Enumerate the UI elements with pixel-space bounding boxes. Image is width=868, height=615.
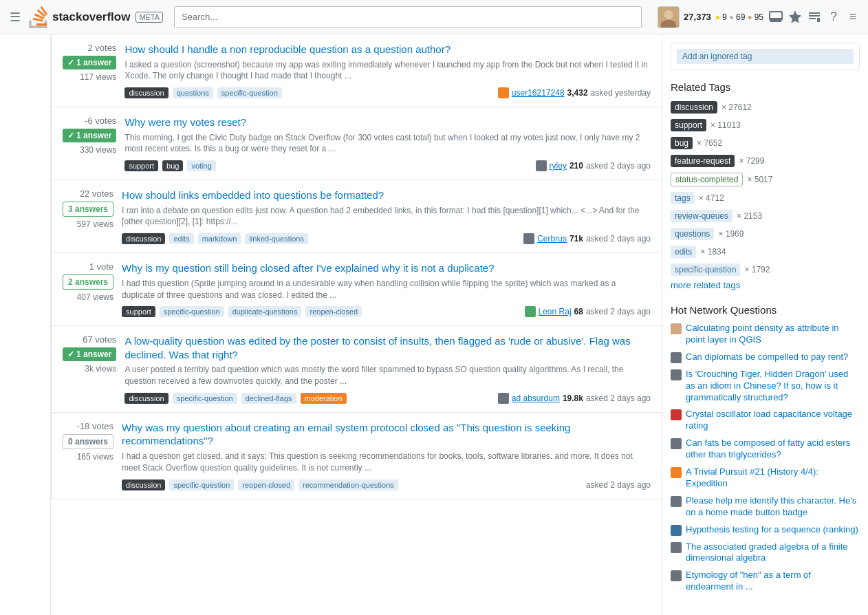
- user-score: 3,432: [567, 88, 588, 98]
- related-tag-count: × 27612: [721, 102, 752, 112]
- more-related-tags-link[interactable]: more related tags: [671, 280, 860, 290]
- tag-duplicate-questions[interactable]: duplicate-questions: [228, 306, 302, 317]
- tag-moderation[interactable]: moderation: [301, 393, 347, 404]
- tag-support[interactable]: support: [122, 306, 155, 317]
- hn-question-link[interactable]: Hypothesis testing for a sequence (ranki…: [686, 524, 858, 536]
- question-title-link[interactable]: How should links embedded into questions…: [122, 188, 651, 202]
- hn-question-link[interactable]: Can diplomats be compelled to pay rent?: [686, 352, 848, 363]
- answers-badge: 3 answers: [63, 202, 113, 217]
- question-item: 67 votes ✓ 1 answer 3k views A low-quali…: [52, 326, 662, 413]
- logo-text: stackoverflow: [52, 10, 130, 24]
- add-ignored-tag-button[interactable]: Add an ignored tag: [677, 49, 854, 64]
- tag-bug[interactable]: bug: [162, 160, 183, 171]
- right-sidebar: Add an ignored tag Related Tags discussi…: [662, 34, 868, 615]
- user-name-link[interactable]: user16217248: [512, 88, 565, 98]
- hn-question-link[interactable]: Etymology of "hen" as a term of endearme…: [686, 570, 860, 593]
- related-tag-status-completed[interactable]: status-completed: [671, 173, 743, 186]
- tag-markdown[interactable]: markdown: [198, 233, 241, 244]
- related-tag-tags[interactable]: tags: [671, 192, 695, 204]
- tag-discussion[interactable]: discussion: [124, 87, 168, 98]
- tag-discussion[interactable]: discussion: [124, 393, 168, 404]
- achievements-icon[interactable]: [788, 10, 802, 24]
- related-tag-feature-request[interactable]: feature-request: [671, 155, 735, 167]
- related-tag-discussion[interactable]: discussion: [671, 101, 717, 114]
- tag-specific-question[interactable]: specific-question: [173, 393, 237, 404]
- hn-question-link[interactable]: Crystal oscillator load capacitance volt…: [686, 409, 860, 432]
- tag-discussion[interactable]: discussion: [122, 479, 165, 490]
- question-excerpt: I had a question get closed, and it says…: [122, 451, 651, 474]
- tag-reopen-closed[interactable]: reopen-closed: [305, 306, 362, 317]
- user-name-link[interactable]: ryley: [550, 161, 567, 171]
- inbox-icon[interactable]: [769, 10, 783, 24]
- site-header: ☰ stackoverflow META 27,373 ● 9: [0, 0, 868, 34]
- tag-specific-question[interactable]: specific-question: [160, 306, 224, 317]
- mod-menu-icon[interactable]: ≡: [846, 10, 860, 24]
- related-tag-support[interactable]: support: [671, 119, 706, 131]
- question-title-link[interactable]: Why is my question still being closed af…: [122, 261, 651, 275]
- hn-question-link[interactable]: A Trivial Pursuit #21 (History 4/4): Exp…: [686, 466, 860, 490]
- avatar[interactable]: [658, 6, 680, 28]
- question-stats: 22 votes 3 answers 597 views: [63, 188, 113, 244]
- question-footer: supportspecific-questionduplicate-questi…: [122, 306, 651, 317]
- search-input[interactable]: [174, 6, 642, 28]
- hn-question-link[interactable]: The associated graded algebra of a finit…: [686, 541, 860, 565]
- tag-discussion[interactable]: discussion: [122, 233, 165, 244]
- question-title-link[interactable]: Why were my votes reset?: [124, 116, 651, 129]
- tag-specific-question[interactable]: specific-question: [169, 479, 234, 490]
- related-tag-count: × 1792: [744, 265, 770, 274]
- votes-count: 67 votes: [83, 334, 116, 345]
- silver-badge: ●: [729, 12, 734, 22]
- hot-network-item: Please help me identify this character. …: [671, 495, 860, 519]
- related-tag-bug[interactable]: bug: [671, 137, 693, 149]
- tag-declined-flags[interactable]: declined-flags: [241, 393, 296, 404]
- bronze-badge: ●: [747, 12, 752, 22]
- main-content: 2 votes ✓ 1 answer 117 views How should …: [51, 34, 662, 615]
- hn-question-link[interactable]: Can fats be composed of fatty acid ester…: [686, 438, 860, 461]
- views-count: 117 views: [80, 72, 116, 82]
- tag-support[interactable]: support: [124, 160, 158, 171]
- related-tag-specific-question[interactable]: specific-question: [671, 263, 740, 276]
- tag-edits[interactable]: edits: [169, 233, 193, 244]
- hn-site-icon: [671, 542, 682, 553]
- question-item: -18 votes 0 answers 165 views Why was my…: [52, 413, 662, 499]
- user-name-link[interactable]: Leon Raj: [539, 307, 572, 316]
- logo-link[interactable]: stackoverflow META: [28, 6, 163, 28]
- views-count: 330 views: [80, 145, 116, 155]
- user-score: 19.8k: [563, 393, 583, 403]
- answers-badge: ✓ 1 answer: [63, 347, 116, 361]
- tag-recommendation-questions[interactable]: recommendation-questions: [299, 479, 398, 490]
- tag-linked-questions[interactable]: linked-questions: [245, 233, 308, 244]
- question-body: Why is my question still being closed af…: [122, 261, 651, 317]
- tag-specific-question[interactable]: specific-question: [217, 87, 282, 98]
- review-icon[interactable]: [807, 10, 821, 24]
- related-tag-questions[interactable]: questions: [671, 228, 714, 240]
- related-tag-row: edits × 1834: [671, 246, 860, 258]
- related-tag-row: support × 11013: [671, 119, 860, 131]
- help-icon[interactable]: ?: [827, 10, 840, 24]
- hot-network-item: Is 'Crouching Tiger, Hidden Dragon' used…: [671, 369, 860, 404]
- hn-question-link[interactable]: Please help me identify this character. …: [686, 495, 860, 519]
- asked-time: asked 2 days ago: [586, 307, 651, 316]
- related-tag-edits[interactable]: edits: [671, 246, 696, 258]
- left-sidebar: [0, 34, 51, 615]
- hn-question-link[interactable]: Calculating point density as attribute i…: [686, 323, 860, 346]
- hn-question-link[interactable]: Is 'Crouching Tiger, Hidden Dragon' used…: [686, 369, 860, 404]
- views-count: 597 views: [77, 219, 113, 229]
- silver-badge-count: 69: [736, 12, 745, 22]
- question-title-link[interactable]: A low-quality question was edited by the…: [124, 334, 651, 361]
- votes-count: 1 vote: [89, 261, 113, 272]
- question-title-link[interactable]: How should I handle a non reproducible q…: [124, 43, 651, 56]
- question-item: 22 votes 3 answers 597 views How should …: [52, 180, 662, 253]
- svg-point-1: [664, 10, 673, 19]
- hamburger-icon[interactable]: ☰: [8, 10, 22, 24]
- question-title-link[interactable]: Why was my question about creating an em…: [122, 421, 651, 448]
- related-tag-row: discussion × 27612: [671, 101, 860, 114]
- user-name-link[interactable]: ad absurdum: [512, 393, 560, 403]
- user-name-link[interactable]: Cerbrus: [537, 234, 567, 244]
- tag-questions[interactable]: questions: [173, 87, 213, 98]
- tag-reopen-closed[interactable]: reopen-closed: [238, 479, 294, 490]
- hot-network-title: Hot Network Questions: [671, 304, 860, 316]
- related-tag-count: × 7299: [739, 156, 764, 166]
- related-tag-review-queues[interactable]: review-queues: [671, 210, 733, 222]
- tag-voting[interactable]: voting: [187, 160, 215, 171]
